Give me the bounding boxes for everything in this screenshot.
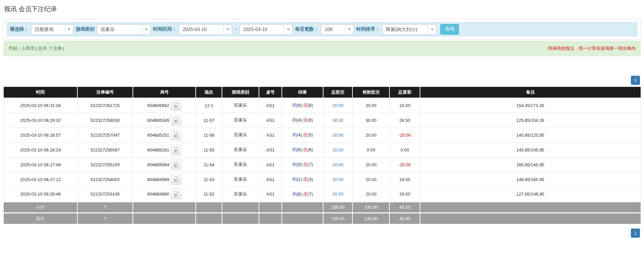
game-type-label: 游戏类别 (76, 26, 94, 32)
cell-total-bet-link[interactable]: 20.00 (323, 98, 352, 113)
cell-bet-id: 522327258030 (77, 113, 133, 128)
cell-total-bet-link[interactable]: 20.00 (323, 128, 352, 142)
column-header: 总投注 (323, 87, 352, 98)
result-banker-score: (6) (307, 147, 313, 152)
page-1-button[interactable]: 1 (631, 229, 640, 238)
valid-bet-notice: 同局有效投注，统一计算在该局第一张注单内 (548, 45, 636, 52)
cell-table-no: AS1 (259, 113, 282, 128)
sort-select[interactable]: 降冪(由大到小) (382, 24, 437, 35)
result-banker-label: 庄 (303, 192, 307, 197)
summary-empty-cell (420, 202, 640, 213)
select-label: 请选择： (10, 26, 29, 32)
cell-round: 604685064 (133, 157, 196, 172)
result-banker-score: (8) (307, 103, 313, 108)
cell-valid-bet: 20.00 (352, 157, 389, 172)
video-button[interactable] (171, 145, 181, 155)
table-row: 2025-03-10 06:28:57522327257047604685251… (4, 128, 641, 142)
round-number: 604685349 (147, 118, 169, 123)
cell-total-bet-link[interactable]: 20.00 (323, 142, 352, 157)
round-number: 604685161 (147, 147, 169, 152)
cell-table-no: AS1 (259, 128, 282, 142)
total-row: 总计7150.00130.0045.50 (4, 213, 641, 224)
summary-label: 小计 (4, 202, 78, 213)
column-header: 局号 (133, 87, 196, 98)
date-from-select[interactable]: 2025-03-10 (179, 24, 232, 35)
date-from-value: 2025-03-10 (179, 25, 223, 34)
cell-valid-bet: 0.00 (352, 142, 389, 157)
table-row: 2025-03-10 06:26:46522327253145604684880… (4, 187, 641, 202)
page-1-button[interactable]: 1 (631, 76, 640, 85)
video-button[interactable] (171, 130, 181, 140)
cell-total-bet-link[interactable]: 30.00 (323, 113, 352, 128)
table-head: 时间注单编号局号场次游戏类别桌号结果总投注有效投注总派彩备注 (4, 87, 641, 98)
chevron-down-icon (142, 25, 150, 34)
cell-payout: 19.00 (389, 187, 420, 202)
table-header-row: 时间注单编号局号场次游戏类别桌号结果总投注有效投注总派彩备注 (4, 87, 641, 98)
summary-total-bet: 150.00 (323, 202, 352, 213)
result-banker-score: (7) (307, 162, 313, 167)
cell-valid-bet: 20.00 (352, 187, 389, 202)
chevron-down-icon (428, 25, 436, 34)
chevron-down-icon (223, 25, 232, 34)
game-type-select[interactable]: 百家乐 (97, 24, 151, 35)
cell-time: 2025-03-10 06:27:49 (4, 157, 78, 172)
cell-session: 11-55 (196, 142, 222, 157)
column-header: 结果 (282, 87, 323, 98)
video-record-icon (173, 117, 179, 123)
date-to-select[interactable]: 2025-03-10 (239, 24, 293, 35)
summary-empty-cell (222, 202, 259, 213)
result-player-label: 闲 (292, 117, 297, 123)
result-banker-label: 庄 (303, 103, 307, 108)
summary-empty-cell (133, 213, 196, 224)
cell-table-no: AS1 (259, 142, 282, 157)
cell-total-bet-link[interactable]: 20.00 (323, 172, 352, 187)
cell-time: 2025-03-10 06:31:34 (4, 98, 78, 113)
result-player-score: (6) (297, 147, 303, 152)
summary-valid-bet: 130.00 (352, 202, 389, 213)
result-player-score: (9) (297, 162, 303, 167)
pagination-top: 1 (3, 76, 641, 85)
round-number: 604684880 (147, 192, 169, 197)
cell-round: 604685349 (133, 113, 196, 128)
query-type-value: 日期查询 (31, 25, 65, 34)
round-number-wrap: 604685682 (147, 100, 181, 111)
result-player-label: 闲 (292, 147, 297, 152)
result-banker-label: 庄 (303, 177, 307, 182)
cell-bet-id: 522327253145 (77, 187, 133, 202)
video-button[interactable] (171, 174, 181, 185)
cell-round: 604684969 (133, 172, 196, 187)
cell-table-no: AS1 (259, 98, 282, 113)
cell-session: 11-57 (196, 113, 222, 128)
summary-empty-cell (196, 213, 222, 224)
cell-round: 604685682 (133, 98, 196, 113)
result-banker-label: 庄 (303, 117, 307, 123)
page-size-select[interactable]: 100 (321, 24, 354, 35)
result-player-label: 闲 (292, 177, 297, 182)
video-button[interactable] (171, 115, 181, 126)
result-player-score: (6) (297, 103, 303, 108)
cell-result: 闲(6) 庄(8) (282, 98, 323, 113)
search-button[interactable]: 查询 (440, 24, 459, 35)
cell-round: 604685251 (133, 128, 196, 142)
summary-total-bet: 150.00 (323, 213, 352, 224)
cell-payout: 19.00 (389, 98, 420, 113)
video-button[interactable] (171, 160, 181, 170)
summary-payout: 45.50 (389, 213, 420, 224)
date-range-tilde: ~ (234, 27, 237, 32)
query-type-select[interactable]: 日期查询 (31, 24, 73, 35)
filter-panel: 请选择： 日期查询 游戏类别 百家乐 时间区间： 2025-03-10 ~ 20… (3, 19, 641, 40)
video-button[interactable] (171, 189, 181, 199)
video-record-icon (173, 147, 179, 153)
cell-session: 11-56 (196, 128, 222, 142)
cell-total-bet-link[interactable]: 20.00 (323, 157, 352, 172)
round-number: 604685251 (147, 133, 169, 138)
cell-game-type: 百家乐 (222, 172, 259, 187)
cell-payout: 19.00 (389, 172, 420, 187)
cell-session: 11-53 (196, 172, 222, 187)
cell-session: 11-52 (196, 187, 222, 202)
cell-game-type: 百家乐 (222, 98, 259, 113)
video-button[interactable] (171, 100, 181, 111)
cell-remark: 154.35/173.35 (420, 98, 640, 113)
page-root: 视讯 会员下注纪录 请选择： 日期查询 游戏类别 百家乐 时间区间： 2025-… (0, 0, 644, 244)
cell-total-bet-link[interactable]: 20.00 (323, 187, 352, 202)
